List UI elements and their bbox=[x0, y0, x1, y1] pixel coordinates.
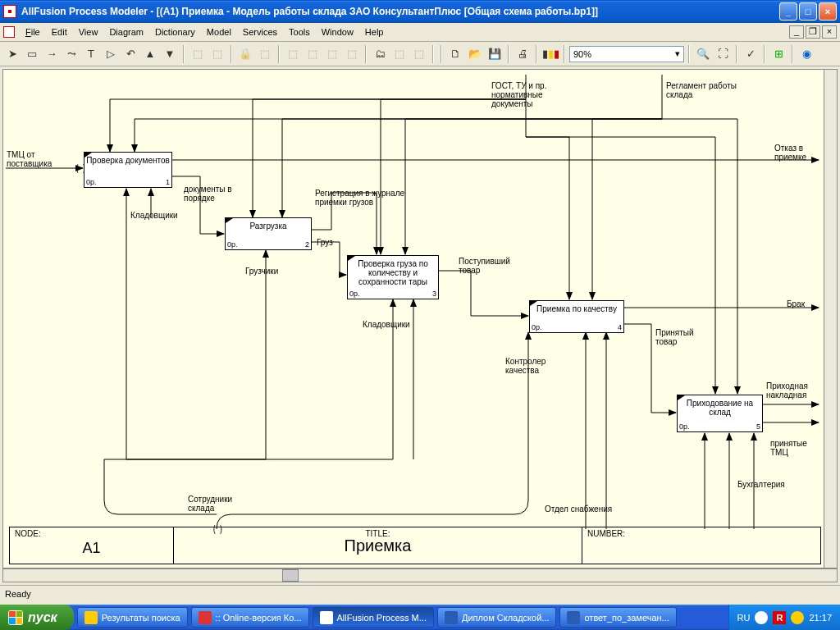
app-icon bbox=[320, 611, 333, 624]
avira-icon[interactable]: R bbox=[773, 611, 786, 624]
tool-c[interactable]: ⬚ bbox=[256, 45, 274, 63]
tool-e[interactable]: ⬚ bbox=[304, 45, 322, 63]
new-button[interactable]: 🗋 bbox=[446, 45, 464, 63]
windows-logo-icon bbox=[8, 610, 23, 625]
tool-lock[interactable]: 🔒 bbox=[236, 45, 254, 63]
menu-file[interactable]: File bbox=[20, 25, 46, 39]
menu-window[interactable]: Window bbox=[316, 25, 359, 39]
menu-tools[interactable]: Tools bbox=[283, 25, 316, 39]
diagram-footer: NODE:A1 TITLE:Приемка NUMBER: bbox=[9, 527, 821, 564]
zoom-in-button[interactable]: 🔍 bbox=[694, 45, 712, 63]
menu-bar: File Edit View Diagram Dictionary Model … bbox=[0, 23, 840, 42]
toolbar: ➤ ▭ → ⤳ T ▷ ↶ ▲ ▼ ⬚ ⬚ 🔒 ⬚ ⬚ ⬚ ⬚ ⬚ 🗂 ⬚ ⬚ … bbox=[0, 42, 840, 66]
tray-icon[interactable]: ◃ bbox=[755, 611, 768, 624]
clock[interactable]: 21:17 bbox=[809, 613, 832, 623]
arrow-label: Принятый товар bbox=[655, 328, 713, 346]
menu-dictionary[interactable]: Dictionary bbox=[149, 25, 201, 39]
arrow-label: Отдел снабжения bbox=[545, 504, 612, 514]
menu-model[interactable]: Model bbox=[201, 25, 237, 39]
tool-j[interactable]: ⬚ bbox=[410, 45, 428, 63]
vertical-scrollbar[interactable] bbox=[824, 69, 838, 568]
spellcheck-button[interactable]: ✓ bbox=[742, 45, 760, 63]
activity-label: Приходование на склад bbox=[687, 399, 753, 417]
word-icon bbox=[567, 611, 580, 624]
menu-services[interactable]: Services bbox=[237, 25, 283, 39]
language-indicator[interactable]: RU bbox=[737, 613, 751, 623]
minimize-button[interactable]: _ bbox=[779, 2, 797, 21]
taskbar-item[interactable]: ответ_по_замечан... bbox=[559, 607, 676, 628]
scroll-thumb[interactable] bbox=[282, 569, 299, 582]
menu-help[interactable]: Help bbox=[359, 25, 390, 39]
opera-icon bbox=[199, 611, 212, 624]
text-tool[interactable]: T bbox=[82, 45, 100, 63]
system-tray[interactable]: RU ◃ R 21:17 bbox=[728, 605, 840, 630]
number-label: NUMBER: bbox=[587, 529, 625, 538]
arrow-label: ТМЦ от поставщика bbox=[7, 150, 64, 168]
squiggle-tool[interactable]: ⤳ bbox=[62, 45, 80, 63]
arrow-label: Отказ в приемке bbox=[774, 144, 824, 162]
taskbar-item-active[interactable]: AllFusion Process M... bbox=[313, 607, 434, 628]
diagram-canvas[interactable]: ( ) ( ) Проверка документов 0р.1 Разгруз… bbox=[2, 69, 838, 568]
start-button[interactable]: пуск bbox=[0, 605, 74, 630]
world-button[interactable]: ◉ bbox=[797, 45, 815, 63]
up-tool[interactable]: ▲ bbox=[141, 45, 159, 63]
doc-minimize-button[interactable]: _ bbox=[789, 25, 804, 39]
arrow-label: Контролер качества bbox=[505, 357, 563, 375]
arrow-label: Кладовщики bbox=[363, 320, 410, 329]
activity-box-4[interactable]: Приемка по качеству 0р.4 bbox=[529, 300, 624, 333]
print-button[interactable]: 🖨 bbox=[514, 45, 532, 63]
open-button[interactable]: 📂 bbox=[466, 45, 484, 63]
arrow-label: Бухгалтерия bbox=[737, 480, 785, 489]
arrow-label: Груз bbox=[317, 238, 333, 247]
save-button[interactable]: 💾 bbox=[486, 45, 504, 63]
undo-tool[interactable]: ↶ bbox=[121, 45, 139, 63]
activity-label: Проверка груза по количеству и сохраннос… bbox=[358, 259, 428, 286]
app-icon bbox=[3, 5, 16, 18]
activity-box-5[interactable]: Приходование на склад 0р.5 bbox=[677, 395, 763, 432]
tool-d[interactable]: ⬚ bbox=[284, 45, 302, 63]
menu-diagram[interactable]: Diagram bbox=[103, 25, 149, 39]
status-bar: Ready bbox=[0, 585, 840, 605]
activity-box-3[interactable]: Проверка груза по количеству и сохраннос… bbox=[347, 255, 439, 299]
flag-button[interactable]: ▮▮▮ bbox=[541, 45, 559, 63]
taskbar-item[interactable]: Диплом Складской... bbox=[437, 607, 557, 628]
tool-b[interactable]: ⬚ bbox=[208, 45, 226, 63]
doc-restore-button[interactable]: ❐ bbox=[806, 25, 820, 39]
tool-i[interactable]: ⬚ bbox=[390, 45, 409, 63]
arrow-label: Грузчики bbox=[245, 267, 278, 276]
tool-a[interactable]: ⬚ bbox=[189, 45, 207, 63]
tool-g[interactable]: ⬚ bbox=[343, 45, 361, 63]
taskbar-item[interactable]: Результаты поиска bbox=[77, 607, 188, 628]
zoom-combo[interactable]: 90%▾ bbox=[569, 46, 684, 62]
arrow-label: Приходная накладная bbox=[766, 381, 824, 399]
activity-box-2[interactable]: Разгрузка 0р.2 bbox=[225, 217, 312, 250]
taskbar-item[interactable]: :: Online-версия Ко... bbox=[191, 607, 309, 628]
title-value: Приемка bbox=[179, 536, 577, 555]
arrow-label: Регламент работы склада bbox=[666, 81, 765, 99]
down-tool[interactable]: ▼ bbox=[161, 45, 179, 63]
pointer-tool[interactable]: ➤ bbox=[3, 45, 21, 63]
box-tool[interactable]: ▭ bbox=[23, 45, 41, 63]
zoom-fit-button[interactable]: ⛶ bbox=[714, 45, 732, 63]
arrow-label: Сотрудники склада bbox=[188, 495, 253, 513]
activity-label: Разгрузка bbox=[249, 221, 286, 231]
arrow-label: ГОСТ, ТУ и пр. нормативные документы bbox=[491, 81, 573, 108]
arrow-tool[interactable]: → bbox=[43, 45, 61, 63]
tree-button[interactable]: ⊞ bbox=[769, 45, 788, 63]
activity-box-1[interactable]: Проверка документов 0р.1 bbox=[84, 152, 172, 188]
maximize-button[interactable]: □ bbox=[799, 2, 817, 21]
horizontal-scrollbar[interactable] bbox=[2, 568, 838, 582]
tool-h[interactable]: 🗂 bbox=[371, 45, 389, 63]
tray-icon[interactable] bbox=[791, 611, 804, 624]
menu-edit[interactable]: Edit bbox=[46, 25, 73, 39]
tool-f[interactable]: ⬚ bbox=[323, 45, 341, 63]
window-title: AllFusion Process Modeler - [(A1) Приемк… bbox=[21, 6, 779, 17]
close-button[interactable]: × bbox=[819, 2, 837, 21]
activity-label: Проверка документов bbox=[86, 156, 170, 165]
arrow-label: принятые ТМЦ bbox=[770, 439, 819, 457]
decompose-tool[interactable]: ▷ bbox=[102, 45, 120, 63]
doc-close-button[interactable]: × bbox=[822, 25, 837, 39]
node-label: NODE: bbox=[15, 529, 41, 538]
menu-view[interactable]: View bbox=[73, 25, 104, 39]
doc-icon bbox=[3, 26, 15, 38]
